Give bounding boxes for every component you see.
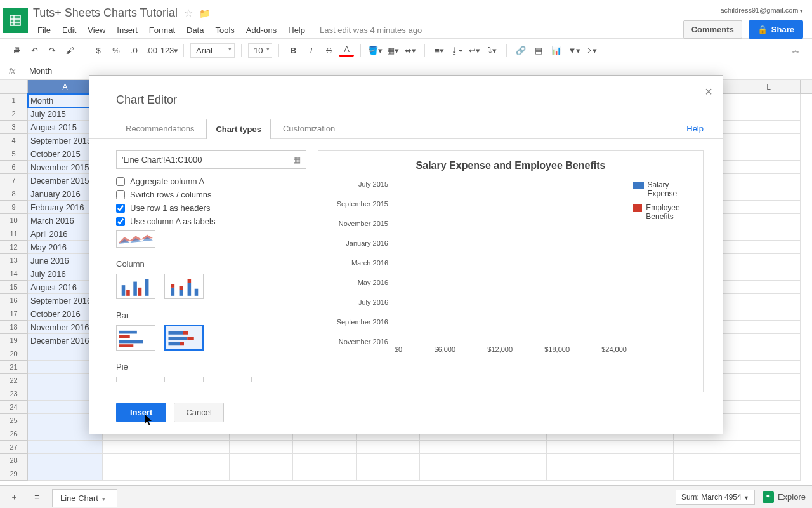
cell[interactable] xyxy=(166,441,230,454)
cell[interactable] xyxy=(737,134,801,147)
merge-icon[interactable]: ⬌▾ xyxy=(403,43,418,58)
folder-icon[interactable]: 📁 xyxy=(199,8,210,18)
aggregate-checkbox[interactable]: Aggregate column A xyxy=(116,177,306,186)
cell[interactable] xyxy=(357,467,420,481)
chart-icon[interactable]: 📊 xyxy=(549,43,564,58)
cell[interactable] xyxy=(737,401,801,414)
row-header[interactable]: 11 xyxy=(0,227,28,241)
decrease-decimal-icon[interactable]: .0̲ xyxy=(126,43,141,58)
cell[interactable] xyxy=(737,387,801,401)
strike-icon[interactable]: S xyxy=(321,43,336,58)
sheet-tab[interactable]: Line Chart xyxy=(52,489,117,507)
cell[interactable] xyxy=(737,454,801,467)
cell[interactable] xyxy=(103,441,166,454)
menu-edit[interactable]: Edit xyxy=(58,23,81,37)
cell[interactable] xyxy=(103,454,166,467)
cell[interactable] xyxy=(420,454,483,467)
row-header[interactable]: 2 xyxy=(0,107,28,121)
increase-decimal-icon[interactable]: .00 xyxy=(144,43,159,58)
row-header[interactable]: 1 xyxy=(0,94,28,107)
menu-file[interactable]: File xyxy=(33,23,55,37)
all-sheets-icon[interactable]: ≡ xyxy=(29,490,44,505)
switch-rows-checkbox[interactable]: Switch rows / columns xyxy=(116,190,306,199)
star-icon[interactable]: ☆ xyxy=(184,7,193,19)
row-header[interactable]: 14 xyxy=(0,267,28,281)
font-select[interactable]: Arial xyxy=(190,43,235,58)
use-colA-checkbox[interactable]: Use column A as labels xyxy=(116,217,306,226)
row-header[interactable]: 22 xyxy=(0,374,28,387)
cell[interactable] xyxy=(737,427,801,441)
cell[interactable] xyxy=(737,414,801,427)
cell[interactable] xyxy=(737,227,801,241)
halign-icon[interactable]: ≡▾ xyxy=(431,43,447,58)
menu-data[interactable]: Data xyxy=(182,23,208,37)
sheets-logo-icon[interactable] xyxy=(3,8,28,33)
valign-icon[interactable]: ⭳▾ xyxy=(449,43,464,58)
insert-button[interactable]: Insert xyxy=(116,403,166,422)
tab-customization[interactable]: Customization xyxy=(273,118,344,138)
cell[interactable] xyxy=(420,467,483,481)
cell[interactable] xyxy=(737,467,801,481)
cell[interactable] xyxy=(737,174,801,187)
cell[interactable] xyxy=(293,454,357,467)
comments-button[interactable]: Comments xyxy=(683,20,742,39)
cell[interactable] xyxy=(737,361,801,374)
collapse-toolbar-icon[interactable]: ︽ xyxy=(788,43,803,58)
cell[interactable] xyxy=(737,441,801,454)
grid-icon[interactable]: ▦ xyxy=(293,155,301,164)
sum-box[interactable]: Sum: March 4954 ▼ xyxy=(676,490,755,505)
cell[interactable] xyxy=(28,441,103,454)
pie-thumb-2[interactable] xyxy=(164,377,204,382)
print-icon[interactable]: 🖶 xyxy=(9,43,24,58)
redo-icon[interactable]: ↷ xyxy=(44,43,60,58)
cell[interactable] xyxy=(610,441,674,454)
row-header[interactable]: 23 xyxy=(0,387,28,401)
undo-icon[interactable]: ↶ xyxy=(27,43,42,58)
pie-thumb-3[interactable] xyxy=(213,377,252,382)
cell[interactable] xyxy=(547,441,610,454)
cell[interactable] xyxy=(737,214,801,227)
cell[interactable] xyxy=(610,454,674,467)
bold-icon[interactable]: B xyxy=(285,43,301,58)
cell[interactable] xyxy=(737,187,801,201)
paint-format-icon[interactable]: 🖌 xyxy=(62,43,77,58)
rotate-icon[interactable]: ⤵▾ xyxy=(485,43,500,58)
row-header[interactable]: 16 xyxy=(0,294,28,307)
share-button[interactable]: 🔒 Share xyxy=(749,20,803,39)
stacked-bar-thumb[interactable] xyxy=(164,325,204,351)
row-header[interactable]: 18 xyxy=(0,321,28,334)
filter-icon[interactable]: ▼▾ xyxy=(566,43,582,58)
cell[interactable] xyxy=(674,467,737,481)
fx-icon[interactable]: fx xyxy=(0,66,24,76)
cell[interactable] xyxy=(28,454,103,467)
tab-recommendations[interactable]: Recommendations xyxy=(116,118,204,138)
font-size-select[interactable]: 10 xyxy=(248,43,272,58)
row-header[interactable]: 17 xyxy=(0,307,28,321)
functions-icon[interactable]: Σ▾ xyxy=(584,43,599,58)
cell[interactable] xyxy=(610,467,674,481)
cell[interactable] xyxy=(357,441,420,454)
row-header[interactable]: 6 xyxy=(0,161,28,174)
data-range-input[interactable]: 'Line Chart'!A1:C1000 ▦ xyxy=(116,150,306,169)
cell[interactable] xyxy=(737,267,801,281)
cell[interactable] xyxy=(737,107,801,121)
cell[interactable] xyxy=(293,467,357,481)
text-color-icon[interactable]: A xyxy=(339,44,354,57)
cell[interactable] xyxy=(230,441,293,454)
cell[interactable] xyxy=(166,454,230,467)
use-row1-checkbox[interactable]: Use row 1 as headers xyxy=(116,203,306,213)
cell[interactable] xyxy=(737,334,801,347)
cell[interactable] xyxy=(737,254,801,267)
menu-format[interactable]: Format xyxy=(145,23,180,37)
formula-input[interactable]: Month xyxy=(24,66,812,76)
row-header[interactable]: 10 xyxy=(0,214,28,227)
add-sheet-icon[interactable]: ＋ xyxy=(6,490,22,505)
cell[interactable] xyxy=(420,441,483,454)
currency-icon[interactable]: $ xyxy=(91,43,106,58)
cell[interactable] xyxy=(737,94,801,107)
cell[interactable] xyxy=(737,281,801,294)
cell[interactable] xyxy=(230,467,293,481)
user-email[interactable]: achildress91@gmail.com xyxy=(720,6,803,14)
explore-button[interactable]: Explore xyxy=(763,491,806,503)
cell[interactable] xyxy=(483,467,547,481)
